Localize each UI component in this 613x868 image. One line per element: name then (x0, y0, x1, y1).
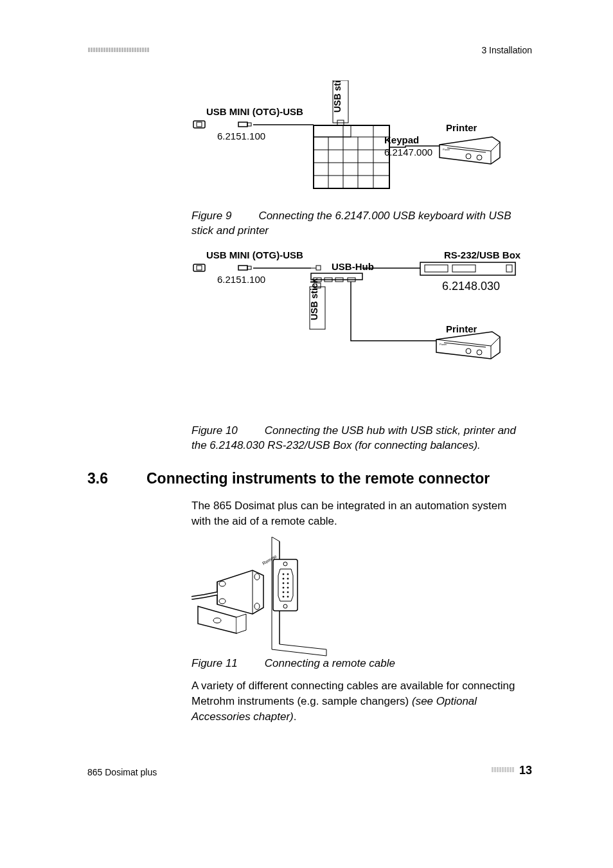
svg-point-59 (254, 574, 260, 580)
svg-point-18 (477, 155, 482, 160)
svg-point-56 (283, 596, 284, 597)
section-title: Connecting instruments to the remote con… (147, 470, 490, 487)
figure-9-caption-label: Figure 9 (191, 210, 231, 222)
keypad-label: Keypad (384, 134, 419, 145)
printer-label: Printer (446, 122, 477, 133)
svg-point-52 (283, 587, 284, 588)
section-number: 3.6 (87, 470, 147, 487)
header-decor (88, 48, 150, 52)
section-paragraph-1: The 865 Dosimat plus can be integrated i… (191, 498, 529, 529)
svg-rect-36 (425, 265, 448, 272)
svg-point-40 (477, 350, 482, 355)
svg-point-47 (287, 574, 289, 575)
rsbox-label: RS-232/USB Box (444, 249, 521, 260)
rsbox-partno: 6.2148.030 (442, 280, 500, 293)
svg-rect-3 (197, 122, 202, 127)
svg-point-60 (254, 603, 260, 610)
svg-point-49 (287, 578, 289, 579)
footer-product: 865 Dosimat plus (87, 767, 157, 777)
usb-mini-partno-2: 6.2151.100 (217, 274, 265, 285)
printer-label-2: Printer (446, 323, 477, 334)
figure-11-caption-text: Connecting a remote cable (265, 657, 395, 669)
svg-point-51 (287, 583, 289, 584)
svg-text:Power: Power (443, 148, 450, 151)
figure-11-caption: Figure 11Connecting a remote cable (191, 657, 526, 670)
usb-mini-partno: 6.2151.100 (217, 131, 265, 141)
page-number: 13 (519, 764, 532, 777)
figure-11-diagram: Remote (191, 537, 330, 659)
svg-rect-37 (452, 265, 475, 272)
figure-9-diagram: USB stick USB MINI (OTG)-USB 6.2151.100 (190, 80, 531, 225)
svg-rect-7 (314, 125, 389, 188)
svg-rect-38 (506, 265, 512, 272)
svg-point-39 (466, 348, 471, 354)
usb-mini-label-2: USB MINI (OTG)-USB (206, 249, 303, 260)
section-heading: 3.6Connecting instruments to the remote … (87, 470, 490, 487)
usb-stick-label: USB stick (332, 80, 342, 113)
svg-point-17 (466, 154, 471, 159)
footer-decor (492, 767, 514, 772)
usb-mini-label: USB MINI (OTG)-USB (206, 106, 303, 117)
svg-point-57 (287, 596, 289, 597)
figure-10-diagram: USB MINI (OTG)-USB 6.2151.100 USB-Hub US… (190, 249, 531, 417)
keypad-partno: 6.2147.000 (384, 147, 432, 158)
svg-point-54 (283, 592, 284, 593)
svg-rect-22 (238, 266, 247, 270)
svg-point-61 (219, 581, 226, 586)
figure-10-caption-label: Figure 10 (191, 424, 238, 437)
svg-point-53 (287, 587, 289, 588)
svg-rect-35 (420, 262, 515, 275)
figure-10-caption-text: Connecting the USB hub with USB stick, p… (191, 424, 516, 451)
svg-rect-25 (316, 266, 321, 270)
breadcrumb: 3 Installation (481, 45, 532, 55)
svg-rect-4 (238, 122, 247, 127)
svg-point-55 (287, 592, 289, 593)
figure-9-caption-text: Connecting the 6.2147.000 USB keyboard w… (191, 210, 511, 237)
section-paragraph-2: A variety of different connecting cables… (191, 678, 529, 724)
para2-end: . (294, 710, 297, 723)
usb-hub-label: USB-Hub (332, 261, 374, 272)
figure-9-caption: Figure 9Connecting the 6.2147.000 USB ke… (191, 209, 526, 239)
figure-10-caption: Figure 10Connecting the USB hub with USB… (191, 424, 532, 453)
svg-point-48 (283, 578, 284, 579)
svg-point-46 (283, 574, 284, 575)
figure-11-caption-label: Figure 11 (191, 657, 238, 669)
svg-rect-23 (247, 266, 251, 269)
svg-rect-5 (247, 123, 251, 126)
svg-rect-21 (197, 266, 202, 270)
svg-point-62 (219, 599, 226, 604)
svg-rect-8 (314, 125, 351, 137)
svg-text:Power: Power (440, 343, 447, 346)
page: 3 Installation USB stick USB MINI (OTG)-… (0, 0, 613, 868)
svg-point-50 (283, 583, 284, 584)
